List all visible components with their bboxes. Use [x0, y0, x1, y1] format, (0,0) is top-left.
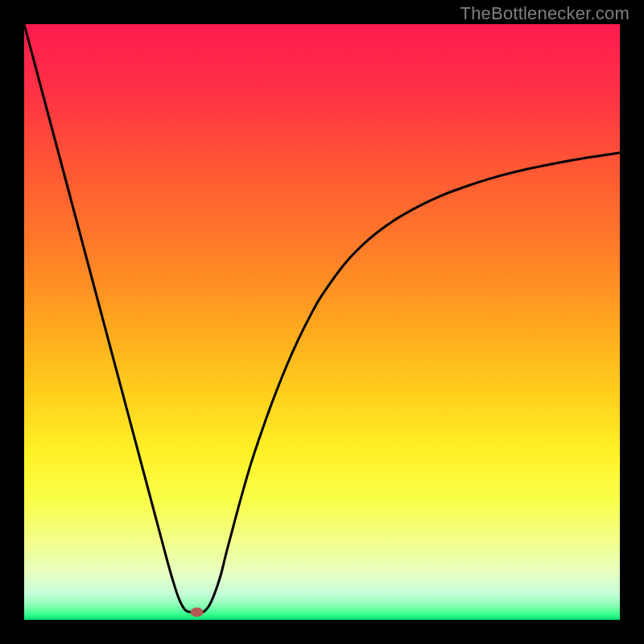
- bottleneck-curve: [24, 24, 620, 613]
- curve-layer: [24, 24, 620, 620]
- watermark-label: TheBottlenecker.com: [460, 3, 630, 24]
- plot-area: [24, 24, 620, 620]
- chart-root: TheBottlenecker.com: [0, 0, 644, 644]
- minimum-marker-icon: [191, 607, 204, 617]
